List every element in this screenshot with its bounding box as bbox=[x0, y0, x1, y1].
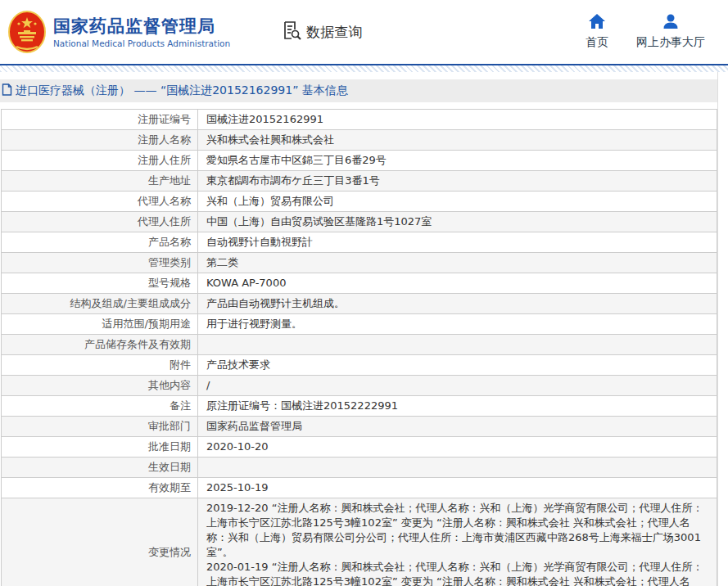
row-label: 产品储存条件及有效期 bbox=[2, 335, 198, 354]
row-value: 愛知県名古屋市中区錦三丁目6番29号 bbox=[198, 151, 717, 170]
row-label-text: 有效期至 bbox=[148, 480, 191, 495]
row-value: 兴和株式会社興和株式会社 bbox=[198, 130, 717, 150]
row-value-text: KOWA AP-7000 bbox=[206, 276, 286, 291]
document-icon bbox=[2, 83, 16, 98]
row-value-text: 兴和株式会社興和株式会社 bbox=[206, 133, 334, 147]
row-value: 国械注进20152162991 bbox=[198, 110, 717, 129]
row-label: 备注 bbox=[2, 396, 198, 416]
hatched-band bbox=[0, 65, 728, 72]
row-label: 适用范围/预期用途 bbox=[2, 314, 198, 334]
table-row: 代理人名称兴和（上海）贸易有限公司 bbox=[2, 192, 717, 212]
row-label: 产品名称 bbox=[2, 232, 198, 252]
row-value: 产品由自动视野计主机组成。 bbox=[198, 294, 717, 313]
header-nav: 首页 网上办事大厅 bbox=[586, 14, 705, 50]
row-value: 2019-12-20 “注册人名称：興和株式会社；代理人名称：兴和（上海）光学商… bbox=[198, 498, 717, 586]
site-title-block: 国家药品监督管理局 National Medical Products Admi… bbox=[53, 16, 230, 48]
row-value-text: 产品由自动视野计主机组成。 bbox=[206, 296, 345, 311]
row-value-text: 東京都調布市調布ケ丘三丁目3番1号 bbox=[206, 174, 380, 188]
row-label: 有效期至 bbox=[2, 478, 198, 498]
row-value-text: 兴和（上海）贸易有限公司 bbox=[206, 194, 334, 209]
row-value-text: 产品技术要求 bbox=[206, 358, 270, 372]
row-label-text: 变更情况 bbox=[148, 545, 191, 560]
doc-search-icon bbox=[281, 20, 306, 44]
table-row: 生产地址東京都調布市調布ケ丘三丁目3番1号 bbox=[2, 171, 717, 192]
user-icon bbox=[662, 14, 679, 35]
table-row: 型号规格KOWA AP-7000 bbox=[2, 273, 717, 294]
row-label-text: 注册人名称 bbox=[138, 133, 191, 147]
row-value bbox=[198, 458, 717, 477]
row-value: 2020-10-20 bbox=[198, 437, 717, 457]
row-label: 批准日期 bbox=[2, 437, 198, 457]
breadcrumb: 进口医疗器械（注册） —— “国械注进20152162991” 基本信息 bbox=[0, 79, 717, 102]
row-label: 生产地址 bbox=[2, 171, 198, 191]
content-area: 进口医疗器械（注册） —— “国械注进20152162991” 基本信息 注册证… bbox=[0, 72, 718, 586]
table-row: 结构及组成/主要组成成分产品由自动视野计主机组成。 bbox=[2, 294, 717, 314]
row-value: 原注册证编号：国械注进20152222991 bbox=[198, 396, 717, 416]
row-label: 注册人名称 bbox=[2, 130, 198, 150]
row-value-text: / bbox=[206, 378, 210, 393]
row-label-text: 型号规格 bbox=[148, 276, 191, 291]
row-label: 结构及组成/主要组成成分 bbox=[2, 294, 198, 313]
row-label-text: 注册人住所 bbox=[138, 153, 191, 168]
row-label-text: 代理人住所 bbox=[138, 214, 191, 229]
row-label: 代理人住所 bbox=[2, 212, 198, 232]
nav-home-label: 首页 bbox=[586, 35, 608, 50]
table-row: 注册人名称兴和株式会社興和株式会社 bbox=[2, 130, 717, 151]
nav-home[interactable]: 首页 bbox=[586, 14, 608, 50]
row-label-text: 注册证编号 bbox=[138, 112, 191, 127]
table-row: 审批部门国家药品监督管理局 bbox=[2, 417, 717, 437]
row-value-text: 第二类 bbox=[206, 255, 238, 270]
table-row: 变更情况2019-12-20 “注册人名称：興和株式会社；代理人名称：兴和（上海… bbox=[2, 498, 717, 586]
row-value-text: 愛知県名古屋市中区錦三丁目6番29号 bbox=[206, 153, 387, 168]
row-label-text: 审批部门 bbox=[148, 419, 191, 434]
row-value-text: 中国（上海）自由贸易试验区基隆路1号1027室 bbox=[206, 214, 432, 229]
table-row: 适用范围/预期用途用于进行视野测量。 bbox=[2, 314, 717, 335]
row-label: 变更情况 bbox=[2, 498, 198, 586]
row-label-text: 批准日期 bbox=[148, 440, 191, 454]
nav-service-hall[interactable]: 网上办事大厅 bbox=[636, 14, 705, 50]
data-query-label: 数据查询 bbox=[306, 23, 362, 42]
row-label-text: 代理人名称 bbox=[138, 194, 191, 209]
row-value-text: 原注册证编号：国械注进20152222991 bbox=[206, 399, 398, 413]
table-row: 注册证编号国械注进20152162991 bbox=[2, 110, 717, 130]
row-value: / bbox=[198, 376, 717, 395]
table-row: 备注原注册证编号：国械注进20152222991 bbox=[2, 396, 717, 417]
row-value-text: 2019-12-20 “注册人名称：興和株式会社；代理人名称：兴和（上海）光学商… bbox=[206, 501, 708, 586]
row-value: 国家药品监督管理局 bbox=[198, 417, 717, 436]
breadcrumb-text: 进口医疗器械（注册） —— “国械注进20152162991” 基本信息 bbox=[16, 83, 348, 98]
row-label: 生效日期 bbox=[2, 458, 198, 477]
nav-service-hall-label: 网上办事大厅 bbox=[636, 35, 705, 50]
table-row: 其他内容/ bbox=[2, 376, 717, 396]
table-row: 产品名称自动视野计自動視野計 bbox=[2, 232, 717, 253]
data-query-nav[interactable]: 数据查询 bbox=[281, 20, 362, 44]
row-label-text: 附件 bbox=[170, 358, 191, 372]
table-row: 有效期至2025-10-19 bbox=[2, 478, 717, 498]
page-header: 国家药品监督管理局 National Medical Products Admi… bbox=[0, 0, 728, 64]
row-label: 其他内容 bbox=[2, 376, 198, 395]
row-label: 审批部门 bbox=[2, 417, 198, 436]
row-label-text: 生产地址 bbox=[148, 174, 191, 188]
home-icon bbox=[589, 14, 605, 35]
table-row: 附件产品技术要求 bbox=[2, 355, 717, 376]
row-label: 代理人名称 bbox=[2, 192, 198, 211]
row-label: 注册人住所 bbox=[2, 151, 198, 170]
row-label: 管理类别 bbox=[2, 253, 198, 273]
row-label-text: 生效日期 bbox=[148, 460, 191, 475]
row-value: 兴和（上海）贸易有限公司 bbox=[198, 192, 717, 211]
site-title: 国家药品监督管理局 bbox=[53, 16, 230, 36]
site-subtitle: National Medical Products Administration bbox=[53, 38, 230, 48]
row-value: 第二类 bbox=[198, 253, 717, 273]
row-label-text: 管理类别 bbox=[148, 255, 191, 270]
row-value-text: 用于进行视野测量。 bbox=[206, 317, 302, 331]
row-label-text: 产品名称 bbox=[148, 235, 191, 250]
national-emblem-logo bbox=[8, 11, 46, 53]
row-label-text: 其他内容 bbox=[148, 378, 191, 393]
row-label-text: 产品储存条件及有效期 bbox=[84, 337, 191, 352]
row-label-text: 备注 bbox=[170, 399, 191, 413]
row-value: 東京都調布市調布ケ丘三丁目3番1号 bbox=[198, 171, 717, 191]
row-label: 注册证编号 bbox=[2, 110, 198, 129]
table-row: 代理人住所中国（上海）自由贸易试验区基隆路1号1027室 bbox=[2, 212, 717, 232]
row-value: 用于进行视野测量。 bbox=[198, 314, 717, 334]
table-row: 产品储存条件及有效期 bbox=[2, 335, 717, 355]
row-value: 2025-10-19 bbox=[198, 478, 717, 498]
